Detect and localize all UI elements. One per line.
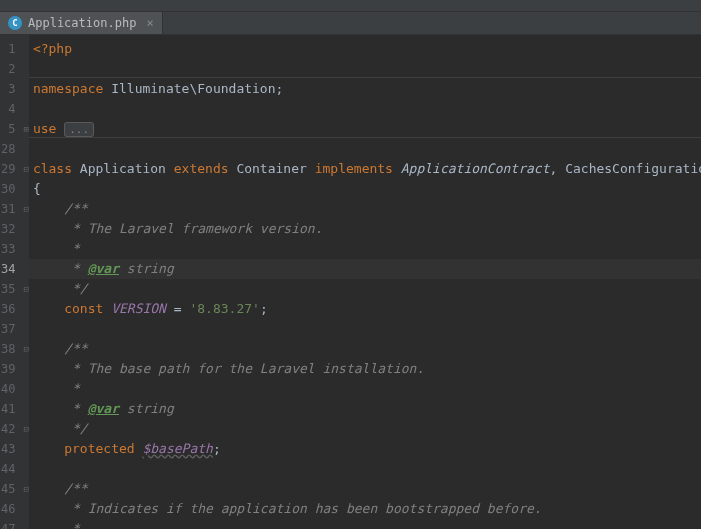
code-line[interactable]: /** xyxy=(29,199,701,219)
line-number: 28 xyxy=(1,139,23,159)
line-number: 1 xyxy=(1,39,23,59)
code-line[interactable] xyxy=(29,459,701,479)
code-line[interactable]: namespace Illuminate\Foundation; xyxy=(29,79,701,99)
file-tab-application[interactable]: C Application.php × xyxy=(0,12,163,34)
line-number-active: 34 xyxy=(1,259,23,279)
folded-region[interactable]: ... xyxy=(64,122,94,137)
code-line[interactable]: use ... xyxy=(29,119,701,139)
code-line[interactable]: * The base path for the Laravel installa… xyxy=(29,359,701,379)
line-number: 3 xyxy=(1,79,23,99)
line-number: 5 xyxy=(1,119,23,139)
code-line[interactable]: * xyxy=(29,239,701,259)
line-number: 41 xyxy=(1,399,23,419)
code-line[interactable]: * xyxy=(29,379,701,399)
line-number: 40 xyxy=(1,379,23,399)
line-number: 37 xyxy=(1,319,23,339)
code-line[interactable]: <?php xyxy=(29,39,701,59)
line-number: 31 xyxy=(1,199,23,219)
line-number: 4 xyxy=(1,99,23,119)
code-line[interactable]: * Indicates if the application has been … xyxy=(29,499,701,519)
line-number: 29 xyxy=(1,159,23,179)
code-line[interactable]: /** xyxy=(29,339,701,359)
code-line[interactable] xyxy=(29,99,701,119)
editor-tab-bar: C Application.php × xyxy=(0,12,701,35)
code-line[interactable]: const VERSION = '8.83.27'; xyxy=(29,299,701,319)
code-line-active[interactable]: * @var string xyxy=(29,259,701,279)
code-line[interactable]: * The Laravel framework version. xyxy=(29,219,701,239)
code-line[interactable]: * @var string xyxy=(29,399,701,419)
editor-pane: 1 2 3 4 5 28 29 30 31 32 33 34 35 36 37 … xyxy=(0,35,701,529)
separator-line xyxy=(29,137,701,138)
line-number: 47 xyxy=(1,519,23,529)
line-number: 33 xyxy=(1,239,23,259)
code-line[interactable]: protected $basePath; xyxy=(29,439,701,459)
code-line[interactable]: class Application extends Container impl… xyxy=(29,159,701,179)
code-line[interactable] xyxy=(29,139,701,159)
separator-line xyxy=(29,77,701,78)
line-number: 46 xyxy=(1,499,23,519)
code-line[interactable]: { xyxy=(29,179,701,199)
line-number: 43 xyxy=(1,439,23,459)
line-number-gutter[interactable]: 1 2 3 4 5 28 29 30 31 32 33 34 35 36 37 … xyxy=(1,35,23,529)
line-number: 44 xyxy=(1,459,23,479)
line-number: 39 xyxy=(1,359,23,379)
code-line[interactable] xyxy=(29,59,701,79)
line-number: 38 xyxy=(1,339,23,359)
php-class-icon: C xyxy=(8,16,22,30)
line-number: 36 xyxy=(1,299,23,319)
code-line[interactable]: * xyxy=(29,519,701,529)
line-number: 30 xyxy=(1,179,23,199)
line-number: 2 xyxy=(1,59,23,79)
line-number: 42 xyxy=(1,419,23,439)
code-line[interactable] xyxy=(29,319,701,339)
code-area[interactable]: <?php namespace Illuminate\Foundation; u… xyxy=(29,35,701,529)
code-line[interactable]: */ xyxy=(29,419,701,439)
line-number: 35 xyxy=(1,279,23,299)
top-spacer xyxy=(0,0,701,12)
line-number: 45 xyxy=(1,479,23,499)
tab-filename: Application.php xyxy=(28,16,136,30)
line-number: 32 xyxy=(1,219,23,239)
code-line[interactable]: /** xyxy=(29,479,701,499)
close-icon[interactable]: × xyxy=(146,16,153,30)
code-line[interactable]: */ xyxy=(29,279,701,299)
